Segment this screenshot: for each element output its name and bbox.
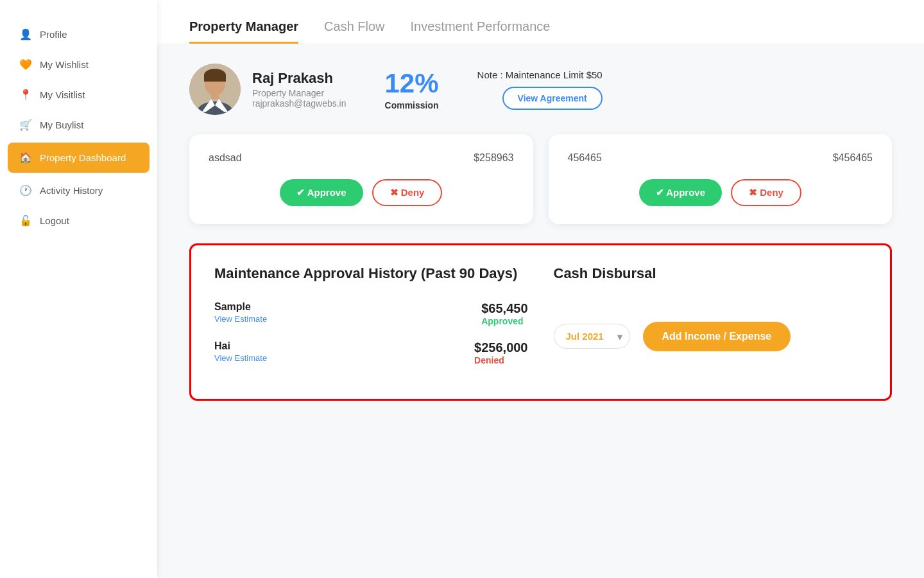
property-2-value: $456465 bbox=[833, 152, 873, 164]
approve-button-2[interactable]: ✔ Approve bbox=[639, 179, 722, 206]
history-item-1-name: Sample bbox=[214, 301, 267, 313]
main-content: Property Manager Cash Flow Investment Pe… bbox=[157, 0, 924, 578]
cash-disbursal-title: Cash Disbursal bbox=[554, 265, 868, 283]
property-card-2-header: 456465 $456465 bbox=[568, 152, 873, 164]
approve-button-1[interactable]: ✔ Approve bbox=[280, 179, 363, 206]
tab-investment-performance[interactable]: Investment Performance bbox=[411, 19, 551, 44]
manager-section: Raj Prakash Property Manager rajprakash@… bbox=[189, 64, 892, 115]
manager-profile: Raj Prakash Property Manager rajprakash@… bbox=[189, 64, 346, 115]
bottom-grid: Maintenance Approval History (Past 90 Da… bbox=[214, 265, 867, 380]
property-cards-grid: asdsad $258963 ✔ Approve ✖ Deny 456465 $… bbox=[189, 134, 892, 224]
sidebar-item-profile[interactable]: 👤 Profile bbox=[0, 19, 157, 49]
history-item-2-amount: $256,000 bbox=[474, 340, 527, 355]
logout-icon: 🔓 bbox=[19, 215, 32, 227]
tab-property-manager[interactable]: Property Manager bbox=[189, 19, 298, 44]
history-item-1-status: Approved bbox=[481, 316, 527, 326]
bottom-highlighted-section: Maintenance Approval History (Past 90 Da… bbox=[189, 243, 892, 401]
history-item-1-right: $65,450 Approved bbox=[481, 301, 527, 326]
history-item-1-amount: $65,450 bbox=[481, 301, 527, 316]
manager-email: rajprakash@tagwebs.in bbox=[252, 98, 346, 109]
view-agreement-button[interactable]: View Agreement bbox=[502, 87, 603, 110]
sidebar-item-label: My Visitlist bbox=[40, 89, 85, 100]
property-1-name: asdsad bbox=[209, 152, 242, 164]
sidebar-item-label: Profile bbox=[40, 29, 67, 40]
deny-button-1[interactable]: ✖ Deny bbox=[372, 179, 443, 206]
wishlist-icon: 🧡 bbox=[19, 58, 32, 71]
property-card-2: 456465 $456465 ✔ Approve ✖ Deny bbox=[549, 134, 893, 224]
sidebar-item-label: My Buylist bbox=[40, 119, 83, 130]
sidebar-item-label: Property Dashboard bbox=[40, 152, 126, 163]
history-item-2: Hai View Estimate $256,000 Denied bbox=[214, 340, 528, 365]
tab-cash-flow[interactable]: Cash Flow bbox=[324, 19, 384, 44]
maintenance-history-section: Maintenance Approval History (Past 90 Da… bbox=[214, 265, 528, 380]
sidebar-item-label: My Wishlist bbox=[40, 59, 89, 70]
add-income-expense-button[interactable]: Add Income / Expense bbox=[643, 322, 791, 351]
history-item-1-link[interactable]: View Estimate bbox=[214, 314, 267, 324]
history-item-1-left: Sample View Estimate bbox=[214, 301, 267, 324]
sidebar: 👤 Profile 🧡 My Wishlist 📍 My Visitlist 🛒… bbox=[0, 0, 157, 578]
history-item-2-right: $256,000 Denied bbox=[474, 340, 527, 365]
month-select[interactable]: Jul 2021 Aug 2021 Sep 2021 Oct 2021 bbox=[554, 324, 630, 349]
manager-info: Raj Prakash Property Manager rajprakash@… bbox=[252, 70, 346, 109]
commission-box: 12% Commission bbox=[385, 68, 439, 110]
month-select-wrapper[interactable]: Jul 2021 Aug 2021 Sep 2021 Oct 2021 bbox=[554, 324, 630, 349]
history-row-2: Hai View Estimate $256,000 Denied bbox=[214, 340, 528, 365]
property-card-1: asdsad $258963 ✔ Approve ✖ Deny bbox=[189, 134, 533, 224]
sidebar-item-wishlist[interactable]: 🧡 My Wishlist bbox=[0, 49, 157, 80]
history-item-2-name: Hai bbox=[214, 340, 267, 352]
deny-button-2[interactable]: ✖ Deny bbox=[731, 179, 801, 206]
history-row-1: Sample View Estimate $65,450 Approved bbox=[214, 301, 528, 326]
commission-label: Commission bbox=[385, 100, 439, 110]
sidebar-item-buylist[interactable]: 🛒 My Buylist bbox=[0, 110, 157, 140]
sidebar-item-logout[interactable]: 🔓 Logout bbox=[0, 206, 157, 236]
sidebar-item-label: Logout bbox=[40, 215, 69, 226]
maintenance-note-text: Note : Maintenance Limit $50 bbox=[477, 69, 603, 80]
disbursal-controls: Jul 2021 Aug 2021 Sep 2021 Oct 2021 Add … bbox=[554, 322, 868, 351]
sidebar-item-dashboard[interactable]: 🏠 Property Dashboard bbox=[8, 143, 150, 173]
avatar bbox=[189, 64, 241, 115]
property-card-1-actions: ✔ Approve ✖ Deny bbox=[209, 179, 514, 206]
history-item-2-status: Denied bbox=[474, 355, 527, 365]
property-2-name: 456465 bbox=[568, 152, 602, 164]
history-item-2-link[interactable]: View Estimate bbox=[214, 353, 267, 363]
svg-rect-4 bbox=[204, 75, 226, 82]
sidebar-item-visitlist[interactable]: 📍 My Visitlist bbox=[0, 80, 157, 110]
property-card-1-header: asdsad $258963 bbox=[209, 152, 514, 164]
cash-disbursal-section: Cash Disbursal Jul 2021 Aug 2021 Sep 202… bbox=[554, 265, 868, 380]
profile-icon: 👤 bbox=[19, 28, 32, 40]
manager-name: Raj Prakash bbox=[252, 70, 346, 87]
dashboard-icon: 🏠 bbox=[19, 152, 32, 164]
sidebar-item-label: Activity History bbox=[40, 185, 103, 196]
content-area: Raj Prakash Property Manager rajprakash@… bbox=[157, 44, 924, 420]
tab-bar: Property Manager Cash Flow Investment Pe… bbox=[157, 0, 924, 44]
property-1-value: $258963 bbox=[474, 152, 513, 164]
svg-rect-6 bbox=[211, 93, 219, 100]
sidebar-item-activity[interactable]: 🕐 Activity History bbox=[0, 175, 157, 206]
commission-percentage: 12% bbox=[385, 68, 439, 99]
maintenance-note-box: Note : Maintenance Limit $50 View Agreem… bbox=[477, 69, 603, 110]
buylist-icon: 🛒 bbox=[19, 119, 32, 131]
history-item-1: Sample View Estimate $65,450 Approved bbox=[214, 301, 528, 326]
history-item-2-left: Hai View Estimate bbox=[214, 340, 267, 363]
property-card-2-actions: ✔ Approve ✖ Deny bbox=[568, 179, 873, 206]
manager-role: Property Manager bbox=[252, 88, 346, 98]
activity-icon: 🕐 bbox=[19, 184, 32, 197]
maintenance-history-title: Maintenance Approval History (Past 90 Da… bbox=[214, 265, 528, 283]
visitlist-icon: 📍 bbox=[19, 89, 32, 101]
